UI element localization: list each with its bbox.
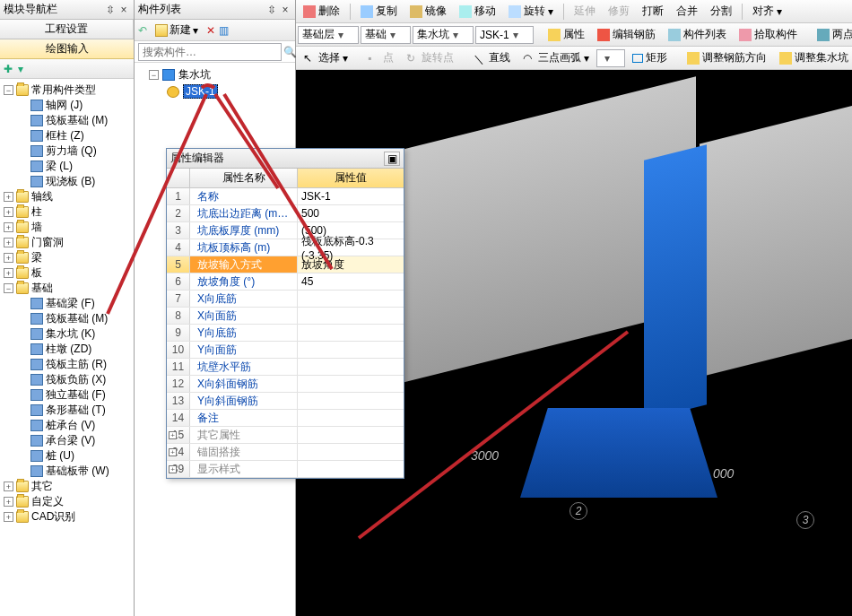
tree-node[interactable]: +门窗洞: [2, 235, 132, 250]
tab-project-settings[interactable]: 工程设置: [0, 20, 134, 39]
tree-node[interactable]: 筏板基础 (M): [2, 113, 132, 128]
tree-node[interactable]: 剪力墙 (Q): [2, 143, 132, 159]
expand-icon[interactable]: +: [4, 482, 13, 491]
property-row[interactable]: 4坑板顶标高 (m)筏板底标高-0.3 (-3.35): [167, 239, 404, 256]
property-value[interactable]: [298, 461, 404, 477]
tree-node[interactable]: −基础: [2, 281, 132, 296]
property-value[interactable]: [298, 444, 404, 460]
rotate-point-button[interactable]: ↻旋转点: [401, 48, 459, 68]
expand-icon[interactable]: +: [4, 207, 13, 217]
tree-node[interactable]: +自定义: [2, 494, 132, 509]
collapse-icon[interactable]: −: [149, 70, 159, 80]
property-value[interactable]: 500: [298, 205, 404, 221]
tree-node[interactable]: 现浇板 (B): [2, 174, 132, 189]
expand-icon[interactable]: +: [4, 497, 13, 507]
tree-node[interactable]: 承台梁 (V): [2, 433, 132, 448]
type-combo[interactable]: 集水坑: [413, 26, 474, 44]
property-value[interactable]: [298, 393, 404, 409]
tree-node[interactable]: 框柱 (Z): [2, 128, 132, 143]
property-name[interactable]: 放坡输入方式: [190, 256, 298, 273]
align-button[interactable]: 对齐▾: [747, 1, 787, 22]
property-name[interactable]: 坑壁水平筋: [190, 359, 298, 375]
nav-tree[interactable]: −常用构件类型轴网 (J)筏板基础 (M)框柱 (Z)剪力墙 (Q)梁 (L)现…: [0, 79, 134, 616]
two-point-button[interactable]: 两点: [812, 24, 852, 45]
tree-node[interactable]: 筏板基础 (M): [2, 311, 132, 326]
property-grid[interactable]: 属性名称 属性值 1名称JSK-12坑底出边距离 (m…5003坑底板厚度 (m…: [167, 169, 404, 478]
pick-comp-button[interactable]: 拾取构件: [734, 24, 803, 45]
expand-icon[interactable]: +: [4, 238, 13, 247]
copy-button[interactable]: 复制: [355, 1, 403, 22]
split-button[interactable]: 分割: [705, 1, 737, 22]
extend-button[interactable]: 延伸: [569, 1, 601, 22]
property-name[interactable]: X向斜面钢筋: [190, 376, 298, 392]
filter-icon[interactable]: ▥: [219, 24, 229, 37]
tree-node[interactable]: +板: [2, 265, 132, 281]
tree-node[interactable]: −常用构件类型: [2, 82, 132, 98]
property-value[interactable]: [298, 359, 404, 375]
tree-node[interactable]: 条形基础 (T): [2, 403, 132, 418]
delete-button[interactable]: 删除: [298, 1, 345, 22]
pin-icon[interactable]: ⇳: [104, 4, 117, 16]
property-value[interactable]: [298, 291, 404, 307]
property-name[interactable]: 坑板顶标高 (m): [190, 239, 298, 256]
property-value[interactable]: [298, 308, 404, 324]
tree-node[interactable]: 轴网 (J): [2, 98, 132, 113]
close-panel-icon[interactable]: ×: [279, 4, 291, 16]
property-row[interactable]: 9Y向底筋: [167, 325, 404, 342]
property-value[interactable]: [298, 325, 404, 341]
name-combo[interactable]: JSK-1: [475, 26, 534, 44]
property-name[interactable]: 放坡角度 (°): [190, 273, 298, 290]
expand-icon[interactable]: +: [4, 222, 13, 232]
collapse-icon[interactable]: −: [4, 283, 13, 293]
property-value[interactable]: [298, 342, 404, 358]
rect-button[interactable]: 矩形: [627, 48, 673, 68]
tree-node[interactable]: +轴线: [2, 189, 132, 204]
property-row[interactable]: 10Y向面筋: [167, 342, 404, 359]
tree-node[interactable]: 筏板主筋 (R): [2, 357, 132, 372]
property-value[interactable]: [298, 376, 404, 392]
property-name[interactable]: X向底筋: [190, 291, 298, 307]
tree-node[interactable]: 独立基础 (F): [2, 387, 132, 403]
new-component-button[interactable]: 新建 ▾: [151, 21, 203, 39]
property-name[interactable]: Y向面筋: [190, 342, 298, 358]
expand-icon[interactable]: +: [4, 192, 13, 202]
line-button[interactable]: ＼直线: [468, 48, 516, 68]
adjust-sump-button[interactable]: 调整集水坑: [774, 48, 852, 68]
property-value[interactable]: [298, 427, 404, 443]
tree-node[interactable]: 桩 (U): [2, 448, 132, 464]
select-button[interactable]: ↖选择▾: [298, 48, 353, 68]
property-value[interactable]: 筏板底标高-0.3 (-3.35): [298, 239, 404, 256]
tree-node[interactable]: +其它: [2, 479, 132, 494]
tree-node[interactable]: +CAD识别: [2, 509, 132, 525]
arc-options-combo[interactable]: [596, 49, 625, 67]
property-name[interactable]: Y向斜面钢筋: [190, 393, 298, 409]
nav-tool-expand-icon[interactable]: ▾: [18, 63, 23, 75]
property-name[interactable]: 坑底出边距离 (m…: [190, 205, 298, 221]
delete-icon[interactable]: ✕: [206, 24, 215, 37]
tab-drawing-input[interactable]: 绘图输入: [46, 41, 89, 56]
property-row[interactable]: 7X向底筋: [167, 291, 404, 308]
property-row[interactable]: 39+显示样式: [167, 461, 404, 478]
tree-node[interactable]: 基础梁 (F): [2, 296, 132, 311]
tree-node[interactable]: 筏板负筋 (X): [2, 372, 132, 387]
property-value[interactable]: JSK-1: [298, 188, 404, 204]
property-row[interactable]: 8X向面筋: [167, 308, 404, 325]
property-row[interactable]: 11坑壁水平筋: [167, 359, 404, 376]
adjust-rebar-dir-button[interactable]: 调整钢筋方向: [682, 48, 772, 68]
property-value[interactable]: 放坡角度: [298, 256, 404, 273]
expand-icon[interactable]: +: [4, 268, 13, 278]
property-row[interactable]: 13Y向斜面钢筋: [167, 393, 404, 410]
tree-node[interactable]: +梁: [2, 250, 132, 265]
tree-node[interactable]: 梁 (L): [2, 159, 132, 174]
layer-combo[interactable]: 基础层: [298, 26, 359, 44]
expand-icon[interactable]: +: [169, 431, 177, 439]
break-button[interactable]: 打断: [637, 1, 669, 22]
search-input[interactable]: [138, 43, 282, 61]
close-icon[interactable]: ▣: [384, 152, 400, 166]
nav-up-icon[interactable]: ↶: [138, 24, 147, 37]
tree-node[interactable]: +柱: [2, 204, 132, 220]
expand-icon[interactable]: +: [169, 448, 177, 456]
property-value[interactable]: [298, 410, 404, 426]
search-icon[interactable]: 🔍: [283, 46, 297, 58]
move-button[interactable]: 移动: [454, 1, 501, 22]
